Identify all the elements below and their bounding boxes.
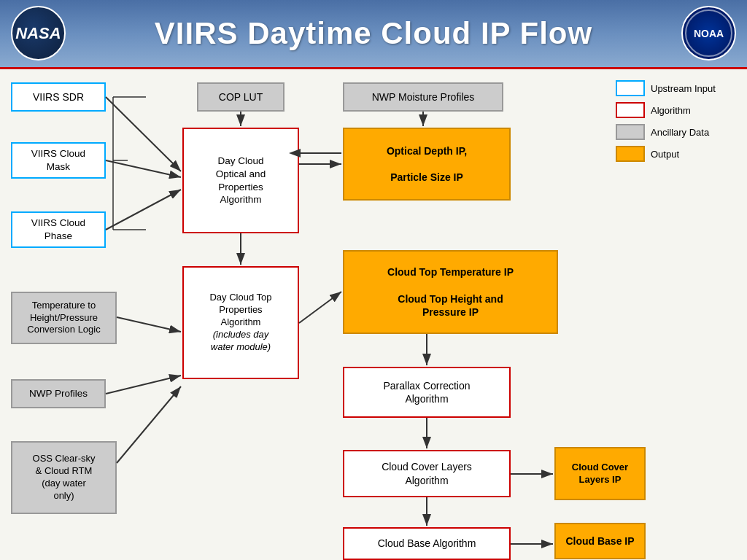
legend-upstream-label: Upstream Input	[651, 83, 716, 94]
legend-ancillary: Ancillary Data	[616, 124, 736, 140]
legend-algorithm-label: Algorithm	[651, 105, 691, 116]
nwp-profiles-box: NWP Profiles	[11, 379, 106, 408]
svg-line-6	[106, 190, 181, 230]
cloud-top-temp-box: Cloud Top Temperature IPCloud Top Height…	[343, 250, 558, 334]
parallax-box: Parallax CorrectionAlgorithm	[343, 367, 511, 418]
viirs-cloud-phase-box: VIIRS CloudPhase	[11, 211, 106, 248]
svg-line-11	[106, 376, 181, 394]
nwp-moisture-box: NWP Moisture Profiles	[343, 82, 503, 112]
optical-depth-ip-box: Optical Depth IP,Particle Size IP	[343, 128, 511, 201]
day-cloud-optical-box: Day CloudOptical andPropertiesAlgorithm	[182, 128, 299, 233]
viirs-cloud-mask-box: VIIRS CloudMask	[11, 142, 106, 179]
svg-line-10	[117, 317, 181, 332]
noaa-logo: NOAA	[681, 6, 736, 61]
nasa-logo: NASA	[11, 6, 66, 61]
legend-ancillary-box	[616, 124, 645, 140]
legend-algorithm: Algorithm	[616, 102, 736, 118]
temp-height-box: Temperature toHeight/PressureConversion …	[11, 292, 117, 344]
svg-line-12	[117, 386, 181, 463]
svg-line-4	[106, 97, 181, 171]
nasa-text: NASA	[15, 24, 61, 43]
cloud-cover-layers-alg-box: Cloud Cover LayersAlgorithm	[343, 450, 511, 497]
svg-line-5	[106, 160, 181, 177]
legend-output-label: Output	[651, 149, 679, 160]
cloud-cover-layers-ip-box: Cloud CoverLayers IP	[554, 447, 646, 500]
header: NASA VIIRS Daytime Cloud IP Flow NOAA	[0, 0, 747, 69]
legend-output: Output	[616, 146, 736, 162]
cloud-base-alg-box: Cloud Base Algorithm	[343, 527, 511, 560]
svg-line-13	[299, 292, 341, 323]
legend-upstream: Upstream Input	[616, 80, 736, 96]
cop-lut-box: COP LUT	[197, 82, 285, 112]
main-content: Upstream Input Algorithm Ancillary Data …	[0, 69, 747, 560]
page-title: VIIRS Daytime Cloud IP Flow	[155, 16, 592, 51]
legend-upstream-box	[616, 80, 645, 96]
viirs-sdr-box: VIIRS SDR	[11, 82, 106, 112]
legend-output-box	[616, 146, 645, 162]
oss-clear-box: OSS Clear-sky& Cloud RTM(day wateronly)	[11, 441, 117, 514]
legend: Upstream Input Algorithm Ancillary Data …	[616, 80, 736, 168]
legend-algorithm-box	[616, 102, 645, 118]
legend-ancillary-label: Ancillary Data	[651, 127, 709, 138]
cloud-base-ip-box: Cloud Base IP	[554, 523, 646, 559]
day-cloud-top-box: Day Cloud TopPropertiesAlgorithm(include…	[182, 266, 299, 379]
